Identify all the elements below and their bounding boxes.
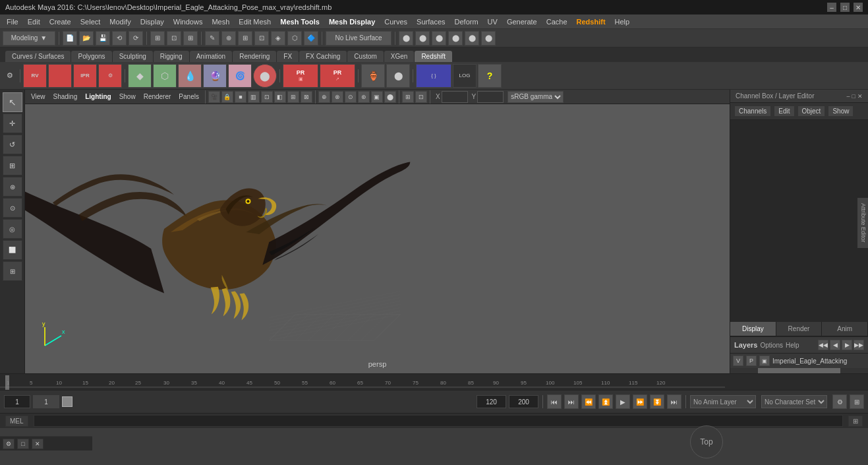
- render-btn-2[interactable]: ⬤: [415, 31, 430, 46]
- right-scrollbar-thumb[interactable]: [758, 368, 840, 373]
- channels-menu[interactable]: Channels: [734, 106, 771, 117]
- tool-btn-1[interactable]: ✎: [205, 31, 219, 46]
- prev-key-btn[interactable]: ⏭: [564, 394, 579, 409]
- vp-lighting-menu[interactable]: Lighting: [82, 92, 114, 102]
- tool-btn-5[interactable]: ◈: [271, 31, 285, 46]
- vp-panels-menu[interactable]: Panels: [175, 92, 202, 102]
- vp-btn11[interactable]: ▣: [371, 91, 383, 103]
- menu-curves[interactable]: Curves: [380, 16, 411, 27]
- vp-btn12[interactable]: ⬤: [384, 91, 396, 103]
- shelf-tab-xgen[interactable]: XGen: [384, 51, 415, 62]
- vp-btn5[interactable]: ⊞: [287, 91, 299, 103]
- render-btn-5[interactable]: ⬤: [465, 31, 479, 46]
- prev-frame-btn[interactable]: ⏪: [581, 394, 596, 409]
- char-set-select[interactable]: No Character Set: [761, 395, 827, 408]
- save-btn[interactable]: 💾: [96, 31, 110, 46]
- shelf-tab-rendering[interactable]: Rendering: [233, 51, 276, 62]
- top-indicator[interactable]: Top: [690, 425, 723, 458]
- soft-select-btn[interactable]: ⊙: [3, 198, 22, 218]
- vp-btn8[interactable]: ⊗: [332, 91, 343, 103]
- go-start-btn[interactable]: ⏮: [547, 394, 562, 409]
- timeline[interactable]: 1 5 10 15 20 25 30 35 40 45 50 55 60 65 …: [0, 373, 868, 390]
- vp-shading-menu[interactable]: Shading: [50, 92, 81, 102]
- shelf-mesh2-icon[interactable]: ⬤: [386, 64, 410, 88]
- shelf-code-icon[interactable]: { }: [416, 64, 451, 88]
- anim-extra-btn[interactable]: ⊞: [850, 394, 864, 409]
- start-frame-input[interactable]: [4, 395, 30, 408]
- vp-coord-x-input[interactable]: 0.00: [442, 91, 468, 103]
- menu-display[interactable]: Display: [136, 16, 168, 27]
- layer-next-next-btn[interactable]: ▶▶: [854, 340, 864, 350]
- close-button[interactable]: ✕: [854, 3, 863, 12]
- snap-btn[interactable]: ⊡: [167, 31, 181, 46]
- layer-type-btn[interactable]: ▣: [759, 356, 770, 366]
- shelf-tab-curves[interactable]: Curves / Surfaces: [5, 51, 71, 62]
- end-frame-input[interactable]: [477, 395, 506, 408]
- shelf-mesh1-icon[interactable]: 🏺: [361, 64, 385, 88]
- redo-btn[interactable]: ⟳: [129, 31, 143, 46]
- rp-close-btn[interactable]: ✕: [857, 93, 863, 100]
- move-tool-btn[interactable]: ✛: [3, 113, 22, 133]
- play-back-btn[interactable]: ⏫: [598, 394, 613, 409]
- snap-to-surface-btn[interactable]: ◎: [3, 219, 22, 239]
- vp-btn14[interactable]: ⊡: [415, 91, 427, 103]
- vp-show-menu[interactable]: Show: [116, 92, 139, 102]
- menu-create[interactable]: Create: [45, 16, 75, 27]
- vp-btn4[interactable]: ◧: [274, 91, 286, 103]
- menu-select[interactable]: Select: [76, 16, 105, 27]
- shelf-shape3-icon[interactable]: 💧: [178, 64, 202, 88]
- next-frame-btn[interactable]: ⏩: [633, 394, 647, 409]
- mini-win-close[interactable]: ✕: [32, 439, 43, 449]
- menu-generate[interactable]: Generate: [503, 16, 541, 27]
- scale-tool-btn[interactable]: ⊞: [3, 156, 22, 175]
- universal-tool-btn[interactable]: ⊛: [3, 177, 22, 197]
- range-thumb[interactable]: [62, 396, 72, 407]
- shelf-pr2-icon[interactable]: PR ↗: [320, 64, 355, 88]
- layer-visibility-btn[interactable]: V: [733, 356, 743, 366]
- menu-mesh[interactable]: Mesh: [208, 16, 233, 27]
- vp-btn2[interactable]: ▥: [248, 91, 260, 103]
- vp-btn9[interactable]: ⊙: [345, 91, 357, 103]
- layers-options-menu[interactable]: Options: [760, 342, 782, 349]
- tool-btn-3[interactable]: ⊞: [238, 31, 252, 46]
- menu-deform[interactable]: Deform: [451, 16, 482, 27]
- shelf-settings-icon[interactable]: ⚙: [98, 64, 122, 88]
- rotate-tool-btn[interactable]: ↺: [3, 135, 22, 154]
- shelf-ipr-icon[interactable]: IPR: [73, 64, 97, 88]
- menu-modify[interactable]: Modify: [105, 16, 134, 27]
- vp-btn3[interactable]: ⊡: [261, 91, 273, 103]
- select-tool-btn[interactable]: ↖: [3, 92, 22, 112]
- menu-uv[interactable]: UV: [484, 16, 502, 27]
- menu-cache[interactable]: Cache: [542, 16, 571, 27]
- snap-grid-btn[interactable]: ⊞: [183, 31, 198, 46]
- menu-file[interactable]: File: [3, 16, 22, 27]
- shelf-gear[interactable]: ⚙: [3, 69, 17, 83]
- open-btn[interactable]: 📂: [79, 31, 94, 46]
- vp-btn6[interactable]: ⊠: [301, 91, 312, 103]
- current-frame-input[interactable]: [33, 395, 59, 408]
- tool-btn-4[interactable]: ⊡: [254, 31, 269, 46]
- vp-gamma-select[interactable]: sRGB gamma: [507, 91, 564, 103]
- menu-edit-mesh[interactable]: Edit Mesh: [235, 16, 275, 27]
- menu-help[interactable]: Help: [611, 16, 634, 27]
- rp-minimize-btn[interactable]: –: [847, 93, 850, 100]
- vp-cam-btn[interactable]: 🎥: [208, 91, 220, 103]
- vp-cam-lock-btn[interactable]: 🔒: [221, 91, 233, 103]
- script-output-btn[interactable]: ⊞: [848, 416, 863, 427]
- vp-btn10[interactable]: ⊛: [358, 91, 370, 103]
- shelf-pr1-icon[interactable]: PR ▣: [283, 64, 318, 88]
- tool-btn-2[interactable]: ⊕: [221, 31, 236, 46]
- shelf-shape1-icon[interactable]: ◆: [128, 64, 152, 88]
- render-btn-4[interactable]: ⬤: [448, 31, 463, 46]
- tool-btn-6[interactable]: ⬡: [287, 31, 302, 46]
- shelf-shape6-icon[interactable]: ⬤: [253, 64, 277, 88]
- vp-coord-y-input[interactable]: 1.00: [477, 91, 504, 103]
- menu-surfaces[interactable]: Surfaces: [413, 16, 449, 27]
- maximize-button[interactable]: □: [840, 3, 850, 12]
- tab-anim[interactable]: Anim: [822, 322, 868, 336]
- layer-playback-btn[interactable]: P: [746, 356, 757, 366]
- shelf-tab-redshift[interactable]: Redshift: [415, 51, 452, 62]
- menu-mesh-tools[interactable]: Mesh Tools: [276, 16, 324, 27]
- vp-btn1[interactable]: ■: [235, 91, 246, 103]
- show-menu[interactable]: Show: [828, 106, 854, 117]
